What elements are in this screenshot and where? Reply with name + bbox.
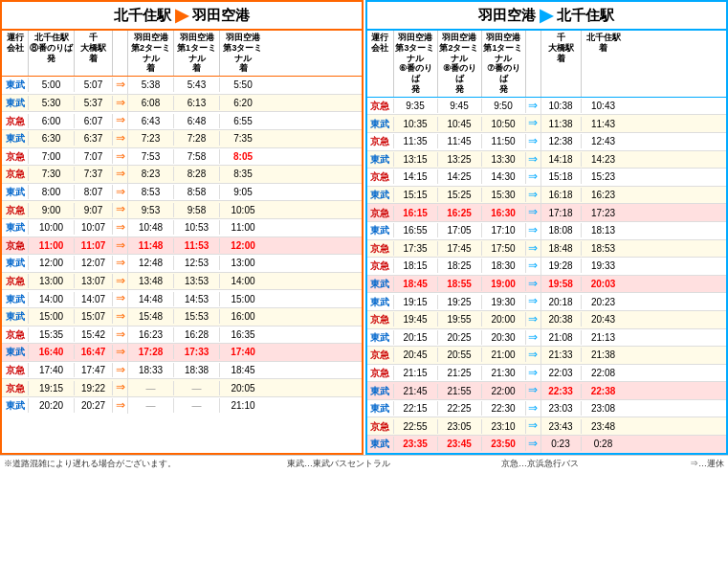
company-cell: 東武 <box>2 131 29 146</box>
company-cell: 東武 <box>2 220 29 235</box>
kita1-arrival: 23:48 <box>582 419 626 434</box>
hnd2-departure: 23:05 <box>438 419 482 434</box>
left-rows: 東武5:005:07⇒5:385:435:50東武5:305:37⇒6:086:… <box>2 77 362 414</box>
direction-arrow: ⇒ <box>113 255 128 272</box>
hnd2-arrival: 13:48 <box>128 274 174 288</box>
hnd2-arrival: 7:23 <box>128 131 174 146</box>
direction-arrow: ⇒ <box>113 112 128 129</box>
col-header-kita_arr: 千大橋駅着 <box>75 31 113 76</box>
hnd2-arrival: 14:48 <box>128 292 174 306</box>
hnd2-arrival: — <box>128 381 174 395</box>
hnd2-departure: 9:45 <box>438 99 482 113</box>
kita2-arrival: 19:28 <box>541 259 582 273</box>
company-cell: 京急 <box>367 312 394 327</box>
kita-arrival: 20:27 <box>75 398 113 413</box>
table-row: 東武19:1519:2519:30⇒20:1820:23 <box>367 293 727 311</box>
kita2-arrival: 15:18 <box>541 169 582 184</box>
col-header-rhnd3: 羽田空港第3ターミナル⑥番のりば発 <box>394 31 438 97</box>
hnd2-departure: 15:25 <box>438 188 482 202</box>
hnd3-departure: 20:45 <box>394 348 438 362</box>
col-header-rhnd2: 羽田空港第2ターミナル⑧番のりば発 <box>438 31 482 97</box>
kita2-arrival: 23:43 <box>541 419 582 434</box>
company-cell: 東武 <box>2 292 29 306</box>
hnd3-arrival: 20:05 <box>220 381 266 395</box>
footer-note: ※道路混雑により遅れる場合がございます。 <box>4 458 176 470</box>
kita-arrival: 7:07 <box>75 149 113 164</box>
hnd2-arrival: 8:23 <box>128 167 174 181</box>
kita2-arrival: 20:38 <box>541 312 582 327</box>
hnd3-arrival: 12:00 <box>220 238 266 253</box>
company-cell: 京急 <box>2 114 29 128</box>
kita-arrival: 10:07 <box>75 220 113 235</box>
hnd2-departure: 16:25 <box>438 206 482 220</box>
hnd3-arrival: 14:00 <box>220 274 266 288</box>
table-row: 東武5:005:07⇒5:385:435:50 <box>2 77 362 95</box>
hnd3-departure: 10:35 <box>394 117 438 131</box>
company-cell: 東武 <box>367 117 394 131</box>
departure-time: 15:00 <box>29 309 75 324</box>
direction-arrow: ⇒ <box>526 365 541 382</box>
hnd2-arrival: — <box>128 398 174 413</box>
hnd3-departure: 17:35 <box>394 241 438 256</box>
hnd3-arrival: 6:20 <box>220 96 266 110</box>
company-cell: 東武 <box>367 401 394 416</box>
hnd3-departure: 18:15 <box>394 259 438 273</box>
kita2-arrival: 19:58 <box>541 277 582 291</box>
table-row: 東武10:0010:07⇒10:4810:5311:00 <box>2 219 362 237</box>
direction-arrow: ⇒ <box>526 436 541 453</box>
departure-time: 17:40 <box>29 363 75 377</box>
hnd1-departure: 18:30 <box>482 259 526 273</box>
hnd2-departure: 14:25 <box>438 169 482 184</box>
kita2-arrival: 20:18 <box>541 295 582 309</box>
table-row: 京急7:307:37⇒8:238:288:35 <box>2 166 362 184</box>
direction-arrow: ⇒ <box>526 115 541 132</box>
departure-time: 14:00 <box>29 292 75 306</box>
right-to-station: 北千住駅 <box>557 7 614 25</box>
company-cell: 京急 <box>367 419 394 434</box>
kita1-arrival: 21:13 <box>582 330 626 345</box>
left-direction-arrow: ▶ <box>175 5 188 26</box>
kita2-arrival: 23:03 <box>541 401 582 416</box>
company-cell: 東武 <box>367 295 394 309</box>
kita2-arrival: 16:18 <box>541 188 582 202</box>
right-direction-arrow: ▶ <box>540 5 553 26</box>
direction-arrow: ⇒ <box>113 148 128 166</box>
table-row: 東武15:1515:2515:30⇒16:1816:23 <box>367 187 727 205</box>
hnd2-arrival: 10:48 <box>128 220 174 235</box>
company-cell: 京急 <box>2 274 29 288</box>
direction-arrow: ⇒ <box>113 219 128 236</box>
hnd2-departure: 21:55 <box>438 384 482 398</box>
kita1-arrival: 12:43 <box>582 134 626 148</box>
col-header-rhnd1: 羽田空港第1ターミナル⑦番のりば発 <box>482 31 526 97</box>
hnd1-arrival: 8:28 <box>174 167 220 181</box>
direction-arrow: ⇒ <box>526 417 541 435</box>
table-row: 京急19:1519:22⇒——20:05 <box>2 379 362 397</box>
kita-arrival: 5:07 <box>75 78 113 92</box>
hnd2-departure: 19:25 <box>438 295 482 309</box>
kita-arrival: 8:07 <box>75 185 113 199</box>
company-cell: 京急 <box>367 169 394 184</box>
hnd1-arrival: 7:28 <box>174 131 220 146</box>
kita1-arrival: 15:23 <box>582 169 626 184</box>
hnd2-departure: 10:45 <box>438 117 482 131</box>
hnd1-departure: 23:50 <box>482 437 526 451</box>
kita1-arrival: 17:23 <box>582 206 626 220</box>
hnd3-departure: 16:15 <box>394 206 438 220</box>
departure-time: 10:00 <box>29 220 75 235</box>
hnd3-arrival: 9:05 <box>220 185 266 199</box>
direction-arrow: ⇒ <box>526 133 541 150</box>
col-header-company: 運行会社 <box>367 31 394 97</box>
departure-time: 16:40 <box>29 345 75 359</box>
kita2-arrival: 12:38 <box>541 134 582 148</box>
table-row: 京急13:0013:07⇒13:4813:5314:00 <box>2 273 362 291</box>
kita2-arrival: 22:03 <box>541 366 582 380</box>
company-cell: 京急 <box>2 381 29 395</box>
hnd3-arrival: 18:45 <box>220 363 266 377</box>
direction-arrow: ⇒ <box>113 344 128 361</box>
col-header-company: 運行会社 <box>2 31 29 76</box>
direction-arrow: ⇒ <box>113 77 128 94</box>
kita-arrival: 17:47 <box>75 363 113 377</box>
hnd1-departure: 22:00 <box>482 384 526 398</box>
direction-arrow: ⇒ <box>526 293 541 310</box>
left-section: 北千住駅 ▶ 羽田空港 運行会社北千住駅⑧番のりば発千大橋駅着羽田空港第2ターミ… <box>0 0 364 455</box>
